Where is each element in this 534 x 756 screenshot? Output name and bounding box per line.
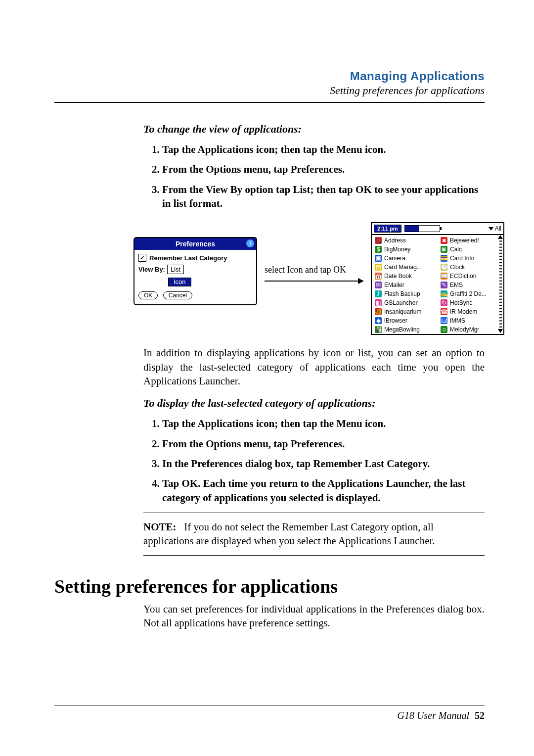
view-by-option-highlight[interactable]: Icon [168, 278, 191, 286]
list-item-label: Camera [384, 254, 405, 263]
list-item-label: iMMS [450, 316, 465, 325]
fish-icon: 🐠 [375, 308, 382, 315]
bowling-icon: 🎳 [375, 326, 382, 333]
list-item[interactable]: ☎IR Modem [441, 307, 501, 316]
remember-last-category-checkbox[interactable]: ✓ [138, 254, 146, 262]
list-item[interactable]: ♫MelodyMgr [441, 325, 501, 334]
scroll-up-icon[interactable] [498, 235, 503, 239]
section-heading: Setting preferences for applications [54, 575, 485, 597]
page-footer: G18 User Manual 52 [54, 706, 485, 721]
chapter-subtitle: Setting preferences for applications [54, 84, 485, 97]
chapter-title: Managing Applications [54, 69, 485, 83]
list-item[interactable]: 📖ECDiction [441, 272, 501, 281]
graffiti-icon: ✍ [441, 290, 447, 297]
list-item-label: Flash Backup [384, 289, 420, 298]
list-item[interactable]: ⤴Flash Backup [375, 289, 436, 298]
backup-icon: ⤴ [375, 290, 382, 297]
modem-icon: ☎ [441, 308, 447, 315]
list-item-label: Address [384, 236, 406, 245]
procedure2-step: Tap the Applications icon; then tap the … [162, 417, 485, 430]
procedure1-step: From the View By option tap List; then t… [162, 183, 485, 211]
calc-icon: 🖩 [441, 246, 447, 253]
list-item-label: IR Modem [450, 307, 477, 316]
list-item[interactable]: ■Bejeweled! [441, 236, 501, 245]
list-item[interactable]: ▣Camera [375, 254, 436, 263]
procedure2-steps: Tap the Applications icon; then tap the … [143, 417, 485, 505]
category-picker[interactable]: All [489, 225, 501, 232]
scrollbar[interactable] [498, 235, 502, 333]
cancel-button[interactable]: Cancel [163, 291, 192, 299]
list-item[interactable]: ◧GSLauncher [375, 298, 436, 307]
sdcard-icon: ▤ [375, 264, 382, 271]
preferences-titlebar: Preferences i [134, 237, 257, 250]
list-item[interactable]: 📞Address [375, 236, 436, 245]
list-item[interactable]: 🎳MegaBowling [375, 325, 436, 334]
body-paragraph: In addition to displaying applications b… [143, 346, 485, 388]
list-item-label: GSLauncher [384, 298, 417, 307]
list-item[interactable]: ✉EMailer [375, 281, 436, 289]
list-item-label: EMailer [384, 281, 404, 289]
section-paragraph: You can set preferences for individual a… [143, 602, 485, 630]
preferences-title: Preferences [176, 240, 215, 248]
view-by-select[interactable]: List [167, 265, 184, 274]
list-item-label: Date Book [384, 272, 412, 281]
list-item-label: Card Info [450, 254, 474, 263]
chevron-down-icon [489, 227, 493, 231]
procedure1-title: To change the view of applications: [143, 123, 485, 136]
mail-icon: ✉ [375, 282, 382, 288]
list-item-label: Card Manag... [384, 263, 422, 272]
imms-icon: 🖂 [441, 317, 447, 324]
header-rule [54, 102, 485, 103]
gem-icon: ■ [441, 237, 447, 244]
list-item-label: MegaBowling [384, 325, 420, 334]
phone-icon: 📞 [375, 237, 382, 244]
launcher-column-right: ■Bejeweled!🖩Calc💳Card Info🕑Clock📖ECDicti… [438, 234, 503, 334]
launcher-column-left: 📞Address$BigMoney▣Camera▤Card Manag...📅D… [372, 234, 438, 334]
list-item[interactable]: 🖂iMMS [441, 316, 501, 325]
scroll-track[interactable] [499, 240, 502, 328]
calendar-icon: 📅 [375, 273, 382, 280]
clock-icon: 🕑 [441, 264, 447, 271]
time-badge[interactable]: 2:11 pm [374, 225, 401, 233]
arrow-icon [265, 281, 363, 282]
battery-icon [404, 225, 440, 232]
melody-icon: ♫ [441, 326, 447, 333]
list-item[interactable]: 💳Card Info [441, 254, 501, 263]
dict-icon: 📖 [441, 273, 447, 280]
view-by-label: View By: [138, 266, 165, 273]
list-item[interactable]: ▤Card Manag... [375, 263, 436, 272]
app-launcher: 2:11 pm All 📞Address$BigMoney▣Camera▤Car… [371, 222, 504, 335]
info-icon[interactable]: i [246, 239, 254, 247]
list-item[interactable]: 🕑Clock [441, 263, 501, 272]
browser-icon: ◆ [375, 317, 382, 324]
ok-button[interactable]: OK [138, 291, 158, 299]
card-icon: 💳 [441, 255, 447, 262]
list-item-label: Insaniquarium [384, 307, 421, 316]
list-item-label: iBrowser [384, 316, 407, 325]
list-item[interactable]: ◆iBrowser [375, 316, 436, 325]
list-item-label: EMS [450, 281, 463, 289]
procedure1-step: Tap the Applications icon; then tap the … [162, 142, 485, 156]
list-item[interactable]: ✎EMS [441, 281, 501, 289]
hotsync-icon: ↻ [441, 299, 447, 306]
scroll-down-icon[interactable] [498, 329, 503, 333]
list-item[interactable]: $BigMoney [375, 245, 436, 254]
list-item[interactable]: 📅Date Book [375, 272, 436, 281]
ems-icon: ✎ [441, 282, 447, 288]
preferences-dialog: Preferences i ✓ Remember Last Category V… [134, 237, 257, 305]
list-item[interactable]: ✍Graffiti 2 De... [441, 289, 501, 298]
figure: Preferences i ✓ Remember Last Category V… [143, 222, 485, 336]
procedure2-title: To display the last-selected category of… [143, 397, 485, 410]
note-box: NOTE: If you do not select the Remember … [143, 513, 485, 556]
list-item[interactable]: 🖩Calc [441, 245, 501, 254]
list-item-label: HotSync [450, 298, 472, 307]
list-item-label: Calc [450, 245, 462, 254]
list-item[interactable]: ↻HotSync [441, 298, 501, 307]
manual-name: G18 User Manual [397, 710, 469, 721]
category-label: All [495, 225, 501, 232]
list-item-label: ECDiction [450, 272, 476, 281]
note-text: If you do not select the Remember Last C… [143, 521, 435, 547]
procedure2-step: Tap OK. Each time you return to the Appl… [162, 476, 485, 505]
procedure1-step: From the Options menu, tap Preferences. [162, 162, 485, 176]
list-item[interactable]: 🐠Insaniquarium [375, 307, 436, 316]
